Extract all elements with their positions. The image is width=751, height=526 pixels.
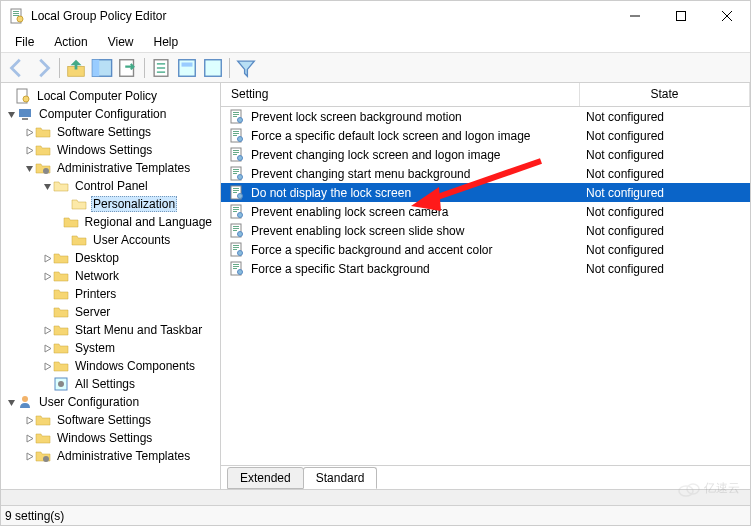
export-button[interactable] <box>116 56 140 80</box>
list-body[interactable]: Prevent lock screen background motionNot… <box>221 107 750 465</box>
tree-software-settings[interactable]: Software Settings <box>1 123 220 141</box>
tree-windows-settings[interactable]: Windows Settings <box>1 141 220 159</box>
tree-label: Printers <box>73 287 118 301</box>
tree-label: User Accounts <box>91 233 172 247</box>
menu-file[interactable]: File <box>7 33 42 51</box>
app-icon <box>9 8 25 24</box>
chevron-down-icon[interactable] <box>41 182 53 191</box>
properties-button[interactable] <box>175 56 199 80</box>
chevron-down-icon[interactable] <box>23 164 35 173</box>
policy-item-icon <box>229 242 245 258</box>
tree-server[interactable]: Server <box>1 303 220 321</box>
tree-regional[interactable]: Regional and Language <box>1 213 220 231</box>
svg-rect-11 <box>92 59 99 76</box>
list-row[interactable]: Prevent changing lock screen and logon i… <box>221 145 750 164</box>
tree-system[interactable]: System <box>1 339 220 357</box>
chevron-right-icon[interactable] <box>41 362 53 371</box>
close-button[interactable] <box>704 1 750 31</box>
setting-state: Not configured <box>580 167 750 181</box>
menu-help[interactable]: Help <box>146 33 187 51</box>
list-row[interactable]: Do not display the lock screenNot config… <box>221 183 750 202</box>
chevron-right-icon[interactable] <box>41 272 53 281</box>
svg-rect-19 <box>205 59 222 76</box>
tree-user-accounts[interactable]: User Accounts <box>1 231 220 249</box>
maximize-button[interactable] <box>658 1 704 31</box>
tab-extended[interactable]: Extended <box>227 467 304 489</box>
setting-state: Not configured <box>580 224 750 238</box>
list-row[interactable]: Force a specific background and accent c… <box>221 240 750 259</box>
tree-control-panel[interactable]: Control Panel <box>1 177 220 195</box>
svg-point-63 <box>238 231 243 236</box>
tree-label: Start Menu and Taskbar <box>73 323 204 337</box>
toolbar-separator <box>59 58 60 78</box>
chevron-right-icon[interactable] <box>41 344 53 353</box>
chevron-down-icon[interactable] <box>5 110 17 119</box>
svg-rect-6 <box>677 12 686 21</box>
back-button[interactable] <box>5 56 29 80</box>
tree-root[interactable]: Local Computer Policy <box>1 87 220 105</box>
list-row[interactable]: Prevent changing start menu backgroundNo… <box>221 164 750 183</box>
tree-pane[interactable]: Local Computer Policy Computer Configura… <box>1 83 221 489</box>
tree-hscroll[interactable] <box>1 490 221 505</box>
chevron-right-icon[interactable] <box>23 434 35 443</box>
svg-rect-41 <box>233 152 239 153</box>
list-row[interactable]: Prevent enabling lock screen cameraNot c… <box>221 202 750 221</box>
tab-standard[interactable]: Standard <box>303 467 378 489</box>
tree-u-admin-templates[interactable]: Administrative Templates <box>1 447 220 465</box>
list-row[interactable]: Prevent enabling lock screen slide showN… <box>221 221 750 240</box>
folder-icon <box>53 286 69 302</box>
tree-u-software-settings[interactable]: Software Settings <box>1 411 220 429</box>
tree-label: Server <box>73 305 112 319</box>
svg-rect-51 <box>233 190 239 191</box>
tree-label: Windows Components <box>73 359 197 373</box>
svg-point-73 <box>238 269 243 274</box>
tree-win-components[interactable]: Windows Components <box>1 357 220 375</box>
show-hide-tree-button[interactable] <box>90 56 114 80</box>
svg-rect-30 <box>233 112 239 113</box>
refresh-button[interactable] <box>149 56 173 80</box>
tree-start-menu[interactable]: Start Menu and Taskbar <box>1 321 220 339</box>
folder-icon <box>53 250 69 266</box>
setting-state: Not configured <box>580 129 750 143</box>
svg-point-27 <box>22 396 28 402</box>
tree-admin-templates[interactable]: Administrative Templates <box>1 159 220 177</box>
setting-state: Not configured <box>580 262 750 276</box>
chevron-right-icon[interactable] <box>23 146 35 155</box>
chevron-right-icon[interactable] <box>23 452 35 461</box>
tree-computer-config[interactable]: Computer Configuration <box>1 105 220 123</box>
minimize-button[interactable] <box>612 1 658 31</box>
policy-item-icon <box>229 109 245 125</box>
setting-state: Not configured <box>580 205 750 219</box>
column-header-state[interactable]: State <box>580 83 750 106</box>
tree-u-windows-settings[interactable]: Windows Settings <box>1 429 220 447</box>
chevron-right-icon[interactable] <box>23 128 35 137</box>
chevron-down-icon[interactable] <box>5 398 17 407</box>
tree-user-config[interactable]: User Configuration <box>1 393 220 411</box>
menu-action[interactable]: Action <box>46 33 95 51</box>
list-row[interactable]: Prevent lock screen background motionNot… <box>221 107 750 126</box>
chevron-right-icon[interactable] <box>41 254 53 263</box>
tree-label: Desktop <box>73 251 121 265</box>
filter-button[interactable] <box>234 56 258 80</box>
list-row[interactable]: Force a specific default lock screen and… <box>221 126 750 145</box>
tree-label: Regional and Language <box>83 215 214 229</box>
tree-printers[interactable]: Printers <box>1 285 220 303</box>
chevron-right-icon[interactable] <box>23 416 35 425</box>
up-button[interactable] <box>64 56 88 80</box>
toolbar-separator <box>229 58 230 78</box>
tree-all-settings[interactable]: All Settings <box>1 375 220 393</box>
toolbar-separator <box>144 58 145 78</box>
list-row[interactable]: Force a specific Start backgroundNot con… <box>221 259 750 278</box>
chevron-right-icon[interactable] <box>41 326 53 335</box>
folder-icon <box>71 232 87 248</box>
tree-personalization[interactable]: Personalization <box>1 195 220 213</box>
forward-button[interactable] <box>31 56 55 80</box>
tree-network[interactable]: Network <box>1 267 220 285</box>
menu-view[interactable]: View <box>100 33 142 51</box>
column-header-setting[interactable]: Setting <box>221 83 580 106</box>
svg-rect-47 <box>233 173 237 174</box>
tree-desktop[interactable]: Desktop <box>1 249 220 267</box>
help-button[interactable] <box>201 56 225 80</box>
svg-point-76 <box>679 486 693 496</box>
folder-icon <box>35 142 51 158</box>
